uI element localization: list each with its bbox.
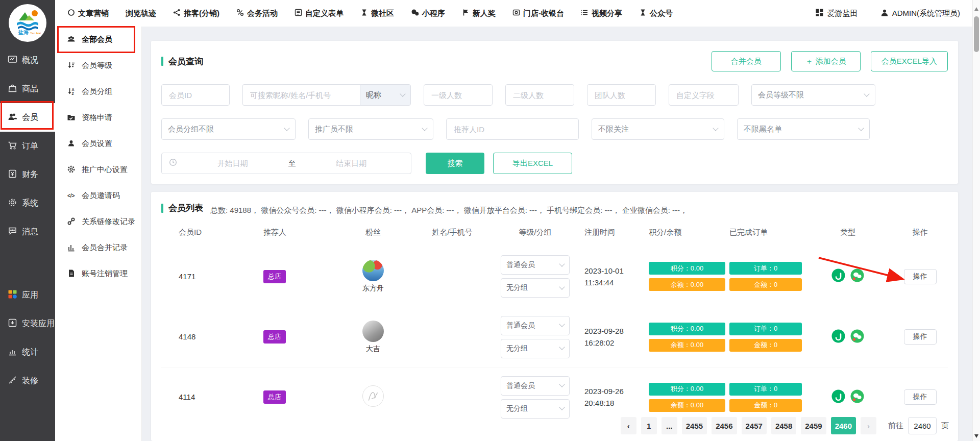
sidebar-item-overview[interactable]: 概况 xyxy=(0,46,55,75)
clock-icon xyxy=(169,158,177,168)
submenu-item-merge-log[interactable]: 会员合并记录 xyxy=(55,235,141,261)
member-id-input[interactable] xyxy=(161,84,230,106)
nav-item-newcomer-award[interactable]: 新人奖 xyxy=(462,9,496,18)
pagination-next-button[interactable]: › xyxy=(861,417,876,434)
nav-item-micro-community[interactable]: 微社区 xyxy=(360,9,394,18)
submenu-item-invite-code[interactable]: </> 会员邀请码 xyxy=(55,183,141,209)
referrer-id-input[interactable] xyxy=(446,118,579,140)
sidebar-item-install-apps[interactable]: 安装应用 xyxy=(0,309,55,338)
level-select[interactable]: 普通会员 xyxy=(501,255,570,275)
keyword-input[interactable] xyxy=(242,84,360,106)
register-time: 2023-09-2816:28:02 xyxy=(584,325,644,349)
nav-item-distribution[interactable]: 推客(分销) xyxy=(173,9,219,18)
chain-icon xyxy=(67,217,76,227)
nav-item-store-cashier[interactable]: 门店-收银台 xyxy=(512,9,564,18)
chevron-down-icon xyxy=(864,91,869,96)
promoter-select[interactable]: 推广员不限 xyxy=(308,118,433,140)
avatar[interactable] xyxy=(362,321,384,342)
column-header-completed-orders: 已完成订单 xyxy=(725,228,802,237)
nav-item-conference[interactable]: 会务活动 xyxy=(236,9,278,18)
wechat-type-icon xyxy=(850,268,864,284)
custom-field-input[interactable] xyxy=(669,84,739,106)
member-level-select[interactable]: 会员等级不限 xyxy=(751,84,875,106)
merge-members-button[interactable]: 合并会员 xyxy=(712,51,781,71)
avatar[interactable] xyxy=(362,260,384,281)
scroll-down-arrow-icon[interactable] xyxy=(974,434,978,438)
sidebar-item-members[interactable]: 会员 xyxy=(0,103,55,132)
follow-filter-select[interactable]: 不限关注 xyxy=(592,118,724,140)
row-action-button[interactable]: 操作 xyxy=(904,389,937,405)
scrollbar-thumb[interactable] xyxy=(974,16,979,52)
submenu-item-qualification[interactable]: 资格申请 xyxy=(55,105,141,131)
group-select[interactable]: 无分组 xyxy=(501,339,570,358)
pagination-page-button[interactable]: 2458 xyxy=(771,417,796,434)
keyword-type-select[interactable]: 昵称 xyxy=(360,84,411,106)
pagination-page-button[interactable]: 2455 xyxy=(682,417,707,434)
goto-page-input[interactable] xyxy=(908,417,937,434)
submenu-item-member-settings[interactable]: 会员设置 xyxy=(55,131,141,157)
submenu-item-account-cancellation[interactable]: 账号注销管理 xyxy=(55,261,141,287)
sidebar-item-goods[interactable]: 商品 xyxy=(0,75,55,103)
row-action-button[interactable]: 操作 xyxy=(904,329,937,345)
level2-count-input[interactable] xyxy=(505,84,574,106)
submenu-item-promotion-settings[interactable]: 推广中心设置 xyxy=(55,157,141,183)
sidebar-item-orders[interactable]: 订单 xyxy=(0,132,55,160)
user-icon xyxy=(880,9,889,18)
nav-item-article-marketing[interactable]: 文章营销 xyxy=(67,9,109,18)
orders-badge: 订单：0 xyxy=(729,262,802,275)
user-menu[interactable]: ADMIN(系统管理员) xyxy=(880,9,960,18)
level-select[interactable]: 普通会员 xyxy=(501,376,570,396)
nav-item-video-share[interactable]: 视频分享 xyxy=(581,9,622,18)
export-excel-button[interactable]: 导出EXCEL xyxy=(493,153,572,174)
excel-import-button[interactable]: 会员EXCEL导入 xyxy=(871,51,948,71)
sidebar-item-finance[interactable]: 财务 xyxy=(0,160,55,189)
pagination-page-button[interactable]: 2456 xyxy=(712,417,737,434)
submenu-item-relation-log[interactable]: 关系链修改记录 xyxy=(55,209,141,235)
sidebar-item-messages[interactable]: 消息 xyxy=(0,217,55,246)
pagination-prev-button[interactable]: ‹ xyxy=(621,417,636,434)
nav-item-custom-forms[interactable]: 自定义表单 xyxy=(295,9,344,18)
chevron-down-icon xyxy=(400,91,405,96)
orders-badge: 订单：0 xyxy=(729,323,802,335)
table-row: 4171 总店 东方舟 普通会员 无分组 xyxy=(161,247,948,307)
nav-item-browse-track[interactable]: 浏览轨迹 xyxy=(126,9,156,18)
blacklist-filter-select[interactable]: 不限黑名单 xyxy=(737,118,870,140)
workspace-switcher[interactable]: 爱游盐田 xyxy=(815,8,858,18)
pagination-page-button-active[interactable]: 2460 xyxy=(831,417,856,434)
vertical-scrollbar[interactable] xyxy=(972,0,980,441)
row-action-button[interactable]: 操作 xyxy=(904,269,937,284)
search-button[interactable]: 搜索 xyxy=(426,153,484,174)
date-range-picker[interactable]: 开始日期 至 结束日期 xyxy=(161,153,411,174)
sidebar-item-decorate[interactable]: 装修 xyxy=(0,366,55,395)
points-badge: 积分：0.00 xyxy=(649,323,725,335)
sidebar-item-system[interactable]: 系统 xyxy=(0,189,55,217)
group-select[interactable]: 无分组 xyxy=(501,399,570,419)
sidebar-item-statistics[interactable]: 统计 xyxy=(0,338,55,366)
pagination-ellipsis[interactable]: ... xyxy=(662,417,677,434)
group-select[interactable]: 无分组 xyxy=(501,278,570,298)
pagination-page-button[interactable]: 2459 xyxy=(801,417,826,434)
submenu-item-member-groups[interactable]: AZ 会员分组 xyxy=(55,79,141,105)
add-member-button[interactable]: ＋添加会员 xyxy=(791,51,861,71)
amount-badge: 金额：0 xyxy=(729,278,802,291)
submenu-item-member-levels[interactable]: 会员等级 xyxy=(55,53,141,79)
nav-item-official-account[interactable]: 公众号 xyxy=(639,9,673,18)
avatar[interactable] xyxy=(362,385,384,407)
chevron-down-icon xyxy=(284,125,289,131)
submenu-item-all-members[interactable]: 全部会员 xyxy=(55,27,141,53)
scroll-up-arrow-icon[interactable] xyxy=(974,7,978,11)
chevron-down-icon xyxy=(559,381,565,387)
sidebar-item-label: 消息 xyxy=(22,227,38,237)
level1-count-input[interactable] xyxy=(424,84,493,106)
team-count-input[interactable] xyxy=(587,84,656,106)
pagination-page-button[interactable]: 1 xyxy=(641,417,657,434)
sidebar-item-apps[interactable]: 应用 xyxy=(0,281,55,309)
level-select[interactable]: 普通会员 xyxy=(501,316,570,335)
members-icon xyxy=(8,112,17,124)
finance-icon xyxy=(8,169,17,181)
member-group-select[interactable]: 会员分组不限 xyxy=(161,118,296,140)
pagination-page-button[interactable]: 2457 xyxy=(742,417,767,434)
sidebar-item-label: 概况 xyxy=(22,55,38,66)
decorate-icon xyxy=(8,375,17,387)
nav-item-mini-program[interactable]: 小程序 xyxy=(411,9,445,18)
